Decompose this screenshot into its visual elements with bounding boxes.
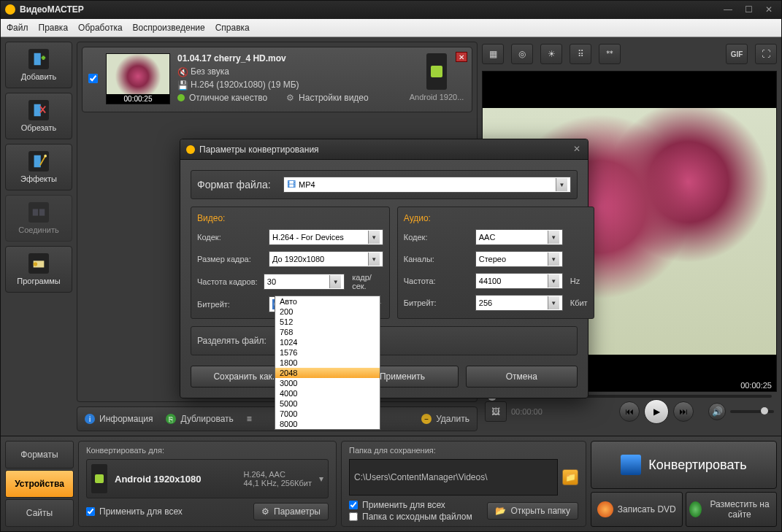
audio-freq-combo[interactable]: 44100▼ [475,273,563,289]
convert-icon [621,455,641,475]
volume-slider[interactable] [730,410,774,413]
save-path[interactable]: C:\Users\ContentManager\Videos\ [349,459,558,496]
file-item[interactable]: 00:00:25 01.04.17 cherry_4 HD.mov 🔇Без з… [82,47,472,112]
text-tool-icon[interactable]: ⠿ [570,44,591,64]
speed-tool-icon[interactable]: ᕯ [599,44,621,64]
maximize-button[interactable]: ☐ [740,4,756,15]
mode-tabs: Форматы Устройства Сайты [5,441,74,527]
wand-icon [28,151,49,171]
close-button[interactable]: ✕ [761,4,777,15]
audio-bitrate-combo[interactable]: 256▼ [475,295,563,311]
bitrate-option[interactable]: 512 [275,317,380,327]
open-folder-button[interactable]: 📂Открыть папку [487,502,578,520]
mode-devices[interactable]: Устройства [5,470,74,498]
convert-params-dialog: Параметры конвертирования ✕ Формат файла… [180,139,589,398]
volume-icon[interactable]: 🔊 [708,403,726,420]
bitrate-dropdown[interactable]: Авто200512768102415761800204830004000500… [275,296,380,430]
snapshot-button[interactable]: 🖼 [485,401,507,422]
fullscreen-button[interactable]: ⛶ [755,44,777,64]
burn-dvd-button[interactable]: Записать DVD [591,492,683,527]
sidebar-effects-label: Эффекты [20,174,57,183]
delete-button[interactable]: −Удалить [421,414,469,424]
bitrate-option[interactable]: Авто [275,296,380,307]
sidebar-effects[interactable]: Эффекты [5,144,72,190]
bitrate-option[interactable]: 4000 [275,388,380,398]
add-icon [28,49,49,69]
sidebar-cut[interactable]: Обрезать [5,93,72,139]
svg-rect-5 [39,209,45,215]
sidebar-add[interactable]: Добавить [5,42,72,88]
bitrate-option[interactable]: 5000 [275,398,380,409]
bitrate-option[interactable]: 3000 [275,378,380,388]
frame-size-combo[interactable]: До 1920x1080▼ [269,251,383,267]
svg-point-7 [34,262,38,266]
chevron-down-icon: ▾ [319,474,323,484]
menu-help[interactable]: Справка [215,23,250,33]
split-label: Разделять файл: [197,336,270,346]
params-button[interactable]: ⚙Параметры [253,503,329,520]
globe-icon [689,501,702,517]
bitrate-option[interactable]: 1024 [275,337,380,347]
bitrate-option[interactable]: 2048 [275,368,380,378]
brightness-tool-icon[interactable]: ☀ [540,44,562,64]
convert-for-panel: Конвертировать для: Android 1920x1080 H.… [78,441,337,527]
duplicate-button[interactable]: ⎘Дублировать [166,414,233,424]
bitrate-option[interactable]: 1800 [275,358,380,368]
video-codec-combo[interactable]: H.264 - For Devices▼ [269,229,383,245]
info-button[interactable]: iИнформация [85,414,153,424]
chevron-down-icon: ▼ [556,178,567,191]
list-menu-button[interactable]: ≡ [247,414,252,424]
device-label: Android 1920... [410,93,464,101]
menu-process[interactable]: Обработка [78,23,123,33]
bitrate-option[interactable]: 1576 [275,347,380,358]
gear-icon[interactable]: ⚙ [286,93,294,103]
browse-folder-button[interactable]: 📁 [562,469,578,485]
device-selector[interactable]: Android 1920x1080 H.264, AAC 44,1 KHz, 2… [86,459,329,498]
bitrate-option[interactable]: 200 [275,307,380,317]
menu-edit[interactable]: Правка [39,23,69,33]
bitrate-option[interactable]: 8000 [275,419,380,429]
next-button[interactable]: ⏭ [673,401,694,422]
playback-controls: 🖼 00:00:00 ⏮ ▶ ⏭ 🔊 [482,396,777,427]
minimize-button[interactable]: — [720,4,736,15]
same-folder-checkbox[interactable]: Папка с исходным файлом [349,512,480,522]
mp4-icon: 🎞 [287,180,296,190]
video-settings-link[interactable]: Настройки видео [299,93,369,103]
menu-file[interactable]: Файл [7,23,28,33]
menu-playback[interactable]: Воспроизведение [133,23,205,33]
time-current: 00:00:00 [511,407,543,416]
file-thumbnail[interactable]: 00:00:25 [106,53,170,104]
prev-button[interactable]: ⏮ [619,401,640,422]
menu-bar: Файл Правка Обработка Воспроизведение Сп… [1,19,781,37]
audio-channels-combo[interactable]: Стерео▼ [475,251,563,267]
save-folder-label: Папка для сохранения: [349,446,578,455]
duration-label: 00:00:25 [107,94,169,104]
gif-button[interactable]: GIF [726,44,748,64]
fps-combo[interactable]: 30▼ [264,274,345,290]
bitrate-option[interactable]: 7000 [275,409,380,419]
no-audio-label: Без звука [191,66,229,77]
cancel-button[interactable]: Отмена [466,366,578,388]
dialog-icon [186,145,195,154]
apply-all-checkbox[interactable]: Применить для всех [86,506,183,517]
crop-tool-icon[interactable]: ▦ [482,44,504,64]
sidebar-programs[interactable]: Программы [5,246,72,293]
dialog-close-button[interactable]: ✕ [570,143,583,155]
mode-formats[interactable]: Форматы [5,441,74,469]
gear-icon: ⚙ [261,506,269,517]
mode-sites[interactable]: Сайты [5,499,74,527]
convert-button[interactable]: Конвертировать [591,441,777,489]
audio-codec-combo[interactable]: AAC▼ [475,229,563,245]
rotate-tool-icon[interactable]: ◎ [511,44,533,64]
sidebar-join-label: Соединить [18,225,59,234]
codec-label: H.264 (1920x1080) (19 МБ) [191,80,299,90]
diskette-icon: 💾 [177,80,186,89]
apply-all-save-checkbox[interactable]: Применить для всех [349,500,480,510]
remove-file-button[interactable]: ✕ [456,52,467,62]
format-combo[interactable]: 🎞 MP4 ▼ [283,177,571,193]
play-button[interactable]: ▶ [644,399,669,424]
bitrate-option[interactable]: 768 [275,327,380,337]
publish-button[interactable]: Разместить на сайте [686,492,778,527]
file-checkbox[interactable] [88,74,98,83]
sidebar-join: Соединить [5,195,72,242]
